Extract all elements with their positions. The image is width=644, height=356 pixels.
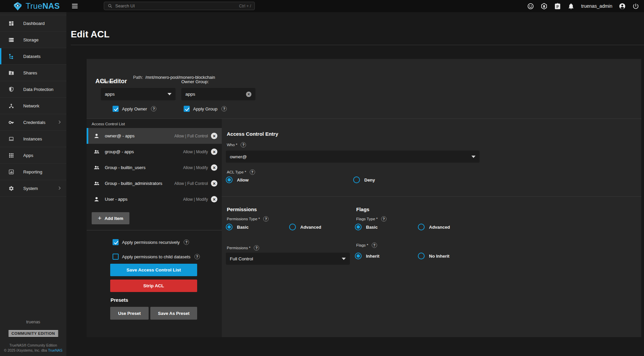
- radio-button-icon[interactable]: [353, 176, 360, 183]
- radio-button-icon[interactable]: [418, 224, 425, 230]
- truecommand-icon[interactable]: [541, 3, 548, 10]
- feedback-smiley-icon[interactable]: [527, 3, 534, 10]
- radio-button-icon[interactable]: [289, 224, 296, 230]
- jobs-clipboard-icon[interactable]: [554, 3, 561, 10]
- acl-editor-card: ACL Editor Path: /mnt/monero-pool/monero…: [87, 59, 641, 337]
- acl-entry-row[interactable]: group@ - apps Allow | Modify: [87, 144, 222, 160]
- permissions-select[interactable]: Full Control: [226, 253, 350, 265]
- radio-option-inherit[interactable]: Inherit: [355, 253, 418, 259]
- acl-entry-row[interactable]: User - apps Allow | Modify: [87, 191, 222, 207]
- sidebar-item-instances[interactable]: Instances: [0, 131, 66, 147]
- flags-radio-group: InheritNo Inherit: [355, 253, 481, 259]
- owner-group-input[interactable]: apps: [181, 88, 255, 100]
- apply-group-checkbox-row[interactable]: Apply Group: [184, 106, 227, 112]
- apply-group-checkbox[interactable]: [184, 106, 190, 112]
- save-as-preset-button[interactable]: Save As Preset: [150, 307, 197, 320]
- power-icon[interactable]: [632, 3, 639, 10]
- remove-entry-icon[interactable]: [211, 133, 217, 139]
- apply-child-datasets-checkbox-row[interactable]: Apply permissions to child datasets: [113, 254, 200, 260]
- help-icon[interactable]: [184, 239, 189, 245]
- access-control-list-panel: Access Control List owner@ - apps Allow …: [87, 119, 222, 337]
- apply-owner-checkbox-row[interactable]: Apply Owner: [113, 106, 156, 112]
- truenas-logo[interactable]: TrueNAS: [13, 0, 60, 12]
- help-icon[interactable]: [263, 216, 269, 222]
- sidebar-nav: Dashboard Storage Datasets Shares Data P…: [0, 15, 66, 197]
- apply-recursively-checkbox-row[interactable]: Apply permissions recursively: [113, 239, 189, 245]
- radio-option-basic[interactable]: Basic: [355, 224, 418, 230]
- help-icon[interactable]: [250, 169, 255, 175]
- notifications-bell-icon[interactable]: [568, 3, 575, 10]
- radio-option-label: Deny: [364, 177, 375, 183]
- permissions-type-label: Permissions Type *: [227, 217, 260, 221]
- who-select[interactable]: owner@: [226, 151, 480, 163]
- sidebar-item-reporting[interactable]: Reporting: [0, 164, 66, 180]
- clear-icon[interactable]: [246, 92, 251, 97]
- help-icon[interactable]: [372, 242, 377, 248]
- radio-button-icon[interactable]: [355, 253, 362, 259]
- footer-truenas-link[interactable]: TrueNAS: [48, 348, 62, 352]
- remove-entry-icon[interactable]: [211, 180, 217, 187]
- radio-option-deny[interactable]: Deny: [353, 176, 481, 183]
- radio-option-allow[interactable]: Allow: [226, 176, 353, 183]
- owner-select[interactable]: apps: [101, 88, 176, 100]
- laptop-icon: [8, 136, 14, 142]
- radio-button-icon[interactable]: [418, 253, 425, 259]
- remove-entry-icon[interactable]: [211, 149, 217, 155]
- radio-button-icon[interactable]: [226, 176, 233, 183]
- flags-label: Flags *: [356, 243, 368, 247]
- owner-label: Owner:: [101, 79, 115, 84]
- help-icon[interactable]: [241, 142, 246, 148]
- search-input[interactable]: Search UI Ctrl + /: [104, 2, 255, 10]
- radio-option-label: Advanced: [429, 225, 450, 230]
- help-icon[interactable]: [254, 245, 259, 251]
- radio-option-advanced[interactable]: Advanced: [418, 224, 481, 230]
- presets-title: Presets: [111, 297, 128, 303]
- dashboard-icon: [8, 21, 14, 26]
- remove-entry-icon[interactable]: [211, 164, 217, 171]
- sidebar-item-credentials[interactable]: Credentials: [0, 114, 66, 131]
- radio-option-advanced[interactable]: Advanced: [289, 224, 352, 230]
- remove-entry-icon[interactable]: [211, 196, 217, 202]
- strip-acl-button[interactable]: Strip ACL: [110, 280, 197, 292]
- sidebar-item-storage[interactable]: Storage: [0, 32, 66, 48]
- ace-title: Access Control Entry: [227, 131, 278, 137]
- hamburger-menu-icon[interactable]: [71, 2, 79, 10]
- apply-owner-label: Apply Owner: [122, 106, 147, 111]
- sidebar-item-data-protection[interactable]: Data Protection: [0, 81, 66, 98]
- logged-in-username[interactable]: truenas_admin: [581, 3, 612, 9]
- save-acl-button[interactable]: Save Access Control List: [110, 264, 197, 276]
- acl-entry-who: Group - builtin_users: [105, 165, 146, 170]
- radio-button-icon[interactable]: [226, 224, 233, 230]
- sidebar-item-datasets[interactable]: Datasets: [0, 48, 66, 65]
- sidebar-item-network[interactable]: Network: [0, 98, 66, 114]
- sidebar-item-dashboard[interactable]: Dashboard: [0, 15, 66, 32]
- search-placeholder: Search UI: [115, 3, 135, 8]
- footer-copyright-text: © 2025 iXsystems, Inc. dba: [4, 348, 48, 352]
- report-icon: [8, 169, 14, 175]
- apply-child-datasets-checkbox[interactable]: [113, 254, 119, 260]
- help-icon[interactable]: [221, 106, 227, 111]
- acl-entry-row[interactable]: owner@ - apps Allow | Full Control: [87, 128, 222, 144]
- apply-owner-checkbox[interactable]: [113, 106, 119, 112]
- permissions-type-radio-group: BasicAdvanced: [226, 224, 352, 230]
- network-icon: [8, 103, 14, 109]
- sidebar-item-label: Credentials: [23, 120, 45, 125]
- radio-button-icon[interactable]: [355, 224, 362, 230]
- sidebar-item-shares[interactable]: Shares: [0, 65, 66, 81]
- sidebar-item-system[interactable]: System: [0, 180, 66, 197]
- sidebar-item-label: Storage: [23, 37, 39, 42]
- add-item-button[interactable]: Add Item: [92, 212, 129, 224]
- acl-entry-row[interactable]: Group - builtin_users Allow | Modify: [87, 160, 222, 175]
- sidebar-item-label: Dashboard: [23, 21, 45, 26]
- acl-entry-row[interactable]: Group - builtin_administrators Allow | F…: [87, 175, 222, 191]
- help-icon[interactable]: [151, 106, 156, 111]
- help-icon[interactable]: [194, 254, 200, 259]
- access-control-entry-panel: Access Control Entry Who * owner@ ACL Ty…: [222, 119, 641, 337]
- user-avatar-icon[interactable]: [619, 3, 626, 10]
- radio-option-no-inherit[interactable]: No Inherit: [418, 253, 481, 259]
- help-icon[interactable]: [381, 216, 387, 222]
- sidebar-item-apps[interactable]: Apps: [0, 147, 66, 164]
- radio-option-basic[interactable]: Basic: [226, 224, 289, 230]
- use-preset-button[interactable]: Use Preset: [110, 307, 149, 320]
- apply-recursively-checkbox[interactable]: [113, 239, 119, 245]
